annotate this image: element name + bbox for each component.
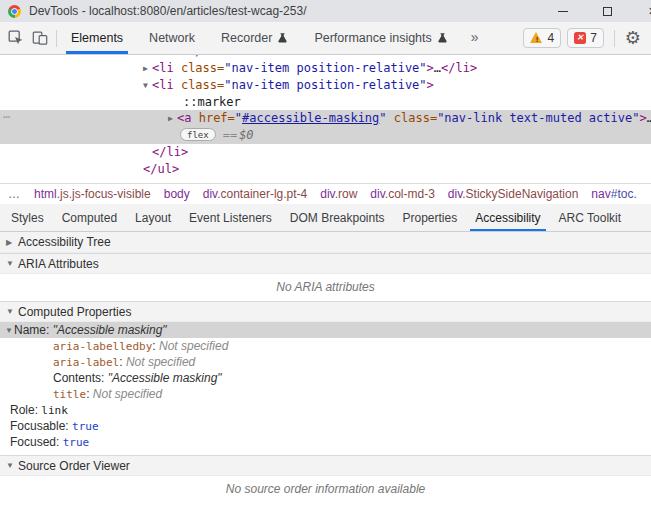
collapse-arrow-icon: ▼ <box>6 461 18 470</box>
code-token: class= <box>174 78 225 92</box>
tab-computed[interactable]: Computed <box>53 204 126 231</box>
collapse-arrow-icon: ▼ <box>6 259 18 268</box>
tab-layout[interactable]: Layout <box>126 204 180 231</box>
property-value: true <box>72 420 99 433</box>
warnings-badge[interactable]: ! 4 <box>523 28 561 48</box>
more-tabs-button[interactable]: » <box>471 29 479 45</box>
error-icon: ✕ <box>574 32 586 44</box>
maximize-button[interactable] <box>585 0 630 22</box>
tree-line-li-expanded[interactable]: ▼<li class="nav-item position-relative"> <box>0 77 651 94</box>
code-token: <li <box>152 78 174 92</box>
sidebar-panel-tabs: Styles Computed Layout Event Listeners D… <box>0 204 651 232</box>
source-order-empty-message: No source order information available <box>0 476 651 503</box>
property-value: link <box>41 404 68 417</box>
href-link-value[interactable]: #accessible-masking <box>242 111 379 125</box>
code-token: > <box>427 78 434 92</box>
breadcrumb-item-html[interactable]: html.js.js-focus-visible <box>34 187 151 201</box>
flex-badge[interactable]: flex <box>180 128 216 141</box>
tree-line-ul-close[interactable]: </ul> <box>0 161 651 178</box>
computed-focused-row[interactable]: Focused: true <box>0 434 651 450</box>
computed-contents-row[interactable]: Contents: "Accessible masking" <box>0 370 651 386</box>
computed-focusable-row[interactable]: Focusable: true <box>0 418 651 434</box>
window-controls: ✕ <box>540 0 651 22</box>
minimize-button[interactable] <box>540 0 585 22</box>
section-label: Computed Properties <box>18 305 131 319</box>
breadcrumb-item-nav-toc[interactable]: nav#toc. <box>591 187 636 201</box>
breadcrumb-overflow-button[interactable]: … <box>8 187 21 201</box>
tab-dom-breakpoints[interactable]: DOM Breakpoints <box>281 204 394 231</box>
code-token: </ul> <box>143 162 179 176</box>
computed-role-row[interactable]: Role: link <box>0 402 651 418</box>
elements-tree: ⋯ </ul> ▶<li class="nav-item position-re… <box>0 55 651 183</box>
breadcrumb-item-body[interactable]: body <box>164 187 190 201</box>
computed-title-row[interactable]: title: Not specified <box>0 386 651 402</box>
tree-line-anchor-selected[interactable]: ▶<a href="#accessible-masking" class="na… <box>0 110 651 127</box>
tree-line-marker-pseudo[interactable]: ::marker <box>0 94 651 111</box>
tab-recorder-label: Recorder <box>221 31 272 45</box>
section-accessibility-tree[interactable]: ▶ Accessibility Tree <box>0 232 651 253</box>
property-value: Not specified <box>93 387 162 401</box>
tab-properties[interactable]: Properties <box>394 204 467 231</box>
property-value: "Accessible masking" <box>108 371 222 385</box>
collapse-arrow-icon: ▼ <box>6 307 18 316</box>
code-token: "nav-link text-muted active" <box>437 111 639 125</box>
expand-arrow-icon: ▶ <box>6 238 18 247</box>
errors-badge[interactable]: ✕ 7 <box>567 28 604 48</box>
tab-accessibility[interactable]: Accessibility <box>466 204 549 231</box>
tree-line-li-close[interactable]: </li> <box>0 144 651 161</box>
tab-performance-insights[interactable]: Performance insights <box>309 22 452 54</box>
code-token: > <box>639 111 646 125</box>
tab-network[interactable]: Network <box>144 22 200 54</box>
property-label: Focused: <box>10 435 63 449</box>
breadcrumb-item-col[interactable]: div.col-md-3 <box>370 187 434 201</box>
section-source-order-viewer[interactable]: ▼ Source Order Viewer <box>0 455 651 476</box>
settings-gear-button[interactable]: ⚙ <box>625 29 641 47</box>
tab-performance-insights-label: Performance insights <box>314 31 431 45</box>
property-value: Not specified <box>126 355 195 369</box>
tree-line-li-collapsed[interactable]: ▶<li class="nav-item position-relative">… <box>0 60 651 77</box>
tab-styles[interactable]: Styles <box>2 204 53 231</box>
collapse-arrow-icon: ▼ <box>5 323 14 339</box>
inspect-cursor-icon <box>8 30 24 46</box>
tab-elements[interactable]: Elements <box>66 22 128 54</box>
tree-line-flex-badge: flex==$0 <box>0 127 651 144</box>
breadcrumb-item-row[interactable]: div.row <box>320 187 357 201</box>
toolbar-separator <box>614 30 615 47</box>
tab-arc-toolkit[interactable]: ARC Toolkit <box>550 204 630 231</box>
breadcrumb-item-sticky-nav[interactable]: div.StickySideNavigation <box>448 187 579 201</box>
collapse-arrow-icon[interactable]: ▼ <box>143 77 152 94</box>
inspect-element-button[interactable] <box>4 27 28 49</box>
collapsed-content-ellipsis[interactable]: … <box>647 111 651 125</box>
toggle-device-toolbar-button[interactable] <box>28 27 52 49</box>
toolbar-right: ! 4 ✕ 7 ⚙ <box>523 28 651 48</box>
close-button[interactable]: ✕ <box>630 0 651 22</box>
property-label: Contents: <box>53 371 108 385</box>
code-token: href= <box>191 111 234 125</box>
code-token: class= <box>387 111 438 125</box>
experiment-flask-icon <box>277 32 288 44</box>
aria-empty-message: No ARIA attributes <box>0 274 651 301</box>
property-value: true <box>63 436 90 449</box>
accessibility-pane: ▶ Accessibility Tree ▼ ARIA Attributes N… <box>0 232 651 522</box>
computed-aria-labelledby-row[interactable]: aria-labelledby: Not specified <box>0 338 651 354</box>
computed-name-row[interactable]: ▼Name: "Accessible masking" <box>0 322 651 338</box>
section-aria-attributes[interactable]: ▼ ARIA Attributes <box>0 253 651 274</box>
separator: : <box>152 339 159 353</box>
tab-recorder[interactable]: Recorder <box>216 22 293 54</box>
collapsed-content-ellipsis[interactable]: … <box>434 61 441 75</box>
chrome-logo-icon <box>8 5 21 18</box>
property-label: Name: <box>14 323 53 337</box>
section-computed-properties[interactable]: ▼ Computed Properties <box>0 301 651 322</box>
code-token: "nav-item position-relative" <box>224 78 426 92</box>
section-label: Accessibility Tree <box>18 235 111 249</box>
tab-event-listeners[interactable]: Event Listeners <box>180 204 281 231</box>
error-count: 7 <box>590 31 597 45</box>
property-label: Role: <box>10 403 41 417</box>
expand-arrow-icon[interactable]: ▶ <box>168 110 177 127</box>
code-token: <li <box>152 61 174 75</box>
breadcrumb-item-container[interactable]: div.container-lg.pt-4 <box>203 187 308 201</box>
property-value: Not specified <box>159 339 228 353</box>
section-label: Source Order Viewer <box>18 459 130 473</box>
computed-aria-label-row[interactable]: aria-label: Not specified <box>0 354 651 370</box>
expand-arrow-icon[interactable]: ▶ <box>143 60 152 77</box>
